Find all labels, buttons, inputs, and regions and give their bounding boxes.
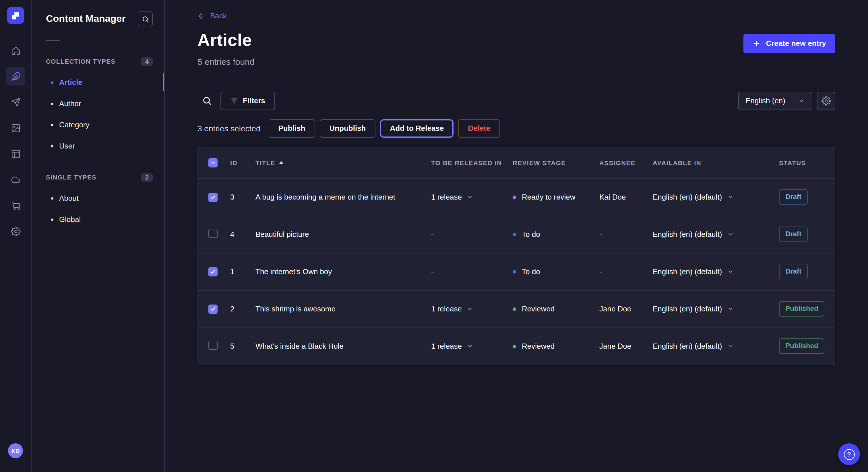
release-empty: - [431, 267, 513, 276]
deploy-icon[interactable] [6, 170, 25, 189]
plus-icon [753, 39, 761, 47]
chevron-down-icon [727, 268, 733, 275]
locale-dropdown[interactable]: English (en) (default) [653, 230, 779, 239]
stage-dot-icon [513, 233, 516, 236]
row-checkbox[interactable] [208, 193, 218, 202]
search-icon [142, 15, 149, 23]
sidebar-item-about[interactable]: About [32, 188, 164, 209]
column-header-assignee[interactable]: ASSIGNEE [599, 159, 653, 166]
content-type-builder-icon [11, 149, 20, 159]
help-button[interactable]: ? [838, 443, 860, 465]
bullet-icon [51, 145, 53, 147]
sidebar-item-label: Article [59, 78, 82, 87]
entry-title: Beautiful picture [255, 230, 431, 239]
table-row[interactable]: 2This shrimp is awesome1 releaseReviewed… [198, 290, 835, 327]
stage-dot-icon [513, 195, 516, 199]
sidebar-item-category[interactable]: Category [32, 114, 164, 135]
table-row[interactable]: 1The internet's Own boy-To do-English (e… [198, 252, 835, 290]
home-icon[interactable] [6, 41, 25, 60]
filters-button[interactable]: Filters [220, 92, 275, 110]
table-row[interactable]: 5What's inside a Black Hole1 releaseRevi… [198, 327, 835, 365]
question-mark-icon: ? [844, 449, 855, 460]
sort-ascending-icon [279, 161, 284, 164]
strapi-logo[interactable] [7, 7, 24, 24]
row-checkbox[interactable] [208, 229, 218, 238]
release-empty: - [431, 230, 513, 239]
locale-value: English (en) [745, 96, 785, 105]
section-header[interactable]: SINGLE TYPES2 [32, 171, 164, 183]
rail-icon-list [6, 41, 25, 240]
locale-dropdown[interactable]: English (en) (default) [653, 193, 779, 201]
status-badge: Draft [779, 227, 808, 242]
column-header-status[interactable]: STATUS [779, 159, 835, 166]
entry-title: A bug is becoming a meme on the internet [255, 193, 431, 201]
column-header-title[interactable]: TITLE [255, 159, 431, 166]
sidebar-title: Content Manager [46, 13, 126, 25]
column-header-release[interactable]: TO BE RELEASED IN [431, 159, 513, 166]
create-entry-button[interactable]: Create new entry [743, 34, 835, 53]
delete-button[interactable]: Delete [458, 119, 500, 137]
bullet-icon [51, 197, 53, 199]
row-checkbox[interactable] [208, 341, 218, 350]
bullet-icon [51, 218, 53, 221]
chevron-down-icon [727, 194, 733, 200]
section-label: COLLECTION TYPES [46, 58, 115, 65]
section-header[interactable]: COLLECTION TYPES4 [32, 56, 164, 67]
locale-dropdown[interactable]: English (en) (default) [653, 342, 779, 350]
chevron-down-icon [467, 194, 473, 200]
stage-dot-icon [513, 344, 516, 348]
back-label: Back [210, 11, 227, 20]
locale-dropdown[interactable]: English (en) (default) [653, 305, 779, 313]
release-dropdown[interactable]: 1 release [431, 342, 513, 350]
user-avatar[interactable]: KD [8, 443, 23, 458]
sidebar-item-author[interactable]: Author [32, 93, 164, 114]
sidebar-item-user[interactable]: User [32, 135, 164, 157]
back-link[interactable]: Back [197, 11, 227, 20]
sidebar-item-label: Global [59, 215, 81, 224]
marketplace-icon[interactable] [6, 196, 25, 214]
view-settings-button[interactable] [817, 92, 835, 110]
content-manager-icon[interactable] [6, 67, 25, 86]
bullet-icon [51, 102, 53, 105]
filter-icon [230, 97, 238, 105]
assignee: Jane Doe [599, 305, 653, 313]
settings-icon[interactable] [6, 222, 25, 240]
content-type-builder-icon[interactable] [6, 144, 25, 163]
locale-select[interactable]: English (en) [738, 92, 812, 110]
content-manager-icon [11, 71, 20, 81]
row-checkbox[interactable] [208, 267, 218, 276]
publish-button[interactable]: Publish [268, 119, 315, 137]
chevron-down-icon [467, 306, 473, 312]
entry-id: 2 [230, 305, 255, 313]
sidebar-item-article[interactable]: Article [32, 72, 164, 93]
chevron-down-icon [727, 306, 733, 312]
release-dropdown[interactable]: 1 release [431, 305, 513, 313]
search-button[interactable] [197, 92, 216, 110]
column-header-review-stage[interactable]: REVIEW STAGE [513, 159, 599, 166]
check-icon [210, 306, 216, 312]
sidebar-item-global[interactable]: Global [32, 209, 164, 230]
sidebar-search-button[interactable] [138, 11, 153, 26]
chevron-down-icon [798, 97, 805, 104]
divider [46, 40, 60, 41]
row-checkbox[interactable] [208, 304, 218, 313]
unpublish-button[interactable]: Unpublish [319, 119, 375, 137]
review-stage: To do [513, 230, 599, 239]
release-dropdown[interactable]: 1 release [431, 193, 513, 201]
locale-dropdown[interactable]: English (en) (default) [653, 267, 779, 276]
column-header-available-in[interactable]: AVAILABLE IN [653, 159, 779, 166]
assignee: Kai Doe [599, 193, 653, 201]
table-row[interactable]: 4Beautiful picture-To do-English (en) (d… [198, 215, 835, 252]
column-header-id[interactable]: ID [230, 159, 255, 166]
select-all-checkbox[interactable] [208, 158, 218, 167]
releases-icon [11, 97, 20, 107]
media-library-icon[interactable] [6, 119, 25, 137]
add-to-release-button[interactable]: Add to Release [380, 119, 454, 137]
stage-dot-icon [513, 270, 516, 273]
table-row[interactable]: 3A bug is becoming a meme on the interne… [198, 178, 835, 215]
releases-icon[interactable] [6, 93, 25, 111]
status-badge: Draft [779, 264, 808, 279]
search-icon [202, 96, 212, 105]
review-stage: Reviewed [513, 305, 599, 313]
sidebar-item-label: About [59, 194, 79, 202]
